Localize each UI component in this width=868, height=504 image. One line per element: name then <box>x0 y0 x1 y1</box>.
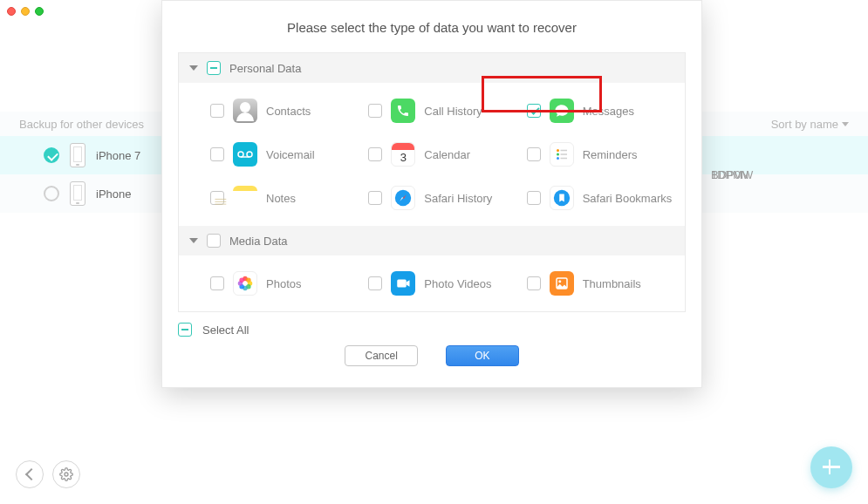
item-photo-videos[interactable]: Photo Videos <box>368 271 526 296</box>
bottom-nav <box>16 460 80 488</box>
checkbox[interactable] <box>210 147 224 161</box>
reminders-icon <box>550 142 574 167</box>
checkbox[interactable] <box>368 147 382 161</box>
device-serial: 1DPMW <box>711 136 763 213</box>
category-header-media[interactable]: Media Data <box>179 226 685 255</box>
safari-icon <box>391 186 415 210</box>
select-all-label: Select All <box>202 324 249 337</box>
next-button[interactable] <box>810 446 852 488</box>
category-title: Personal Data <box>229 62 301 75</box>
dialog-buttons: Cancel OK <box>162 337 701 380</box>
svg-point-29 <box>558 280 561 283</box>
item-reminders[interactable]: Reminders <box>527 142 685 167</box>
arrow-right-icon <box>829 461 834 474</box>
backup-list-label: Backup for other devices <box>19 118 144 131</box>
checkbox[interactable] <box>527 191 541 205</box>
checkbox[interactable] <box>210 104 224 118</box>
item-label: Calendar <box>424 148 470 161</box>
gear-icon <box>59 467 73 481</box>
category-header-personal[interactable]: Personal Data <box>179 53 685 83</box>
category-checkbox[interactable] <box>207 234 221 248</box>
checkbox[interactable] <box>368 104 382 118</box>
item-label: Messages <box>583 105 634 118</box>
radio-selected-icon[interactable] <box>44 147 59 163</box>
item-safari-history[interactable]: Safari History <box>368 186 526 210</box>
notes-icon <box>233 186 257 210</box>
svg-point-2 <box>247 152 252 157</box>
svg-rect-9 <box>560 158 567 160</box>
phone-icon <box>391 99 415 123</box>
chevron-down-icon <box>189 65 198 71</box>
back-button[interactable] <box>16 460 44 488</box>
category-items-media: Photos Photo Videos Thumbnails <box>179 255 685 311</box>
safari-bookmarks-icon <box>550 186 574 210</box>
item-thumbnails[interactable]: Thumbnails <box>527 271 685 296</box>
recover-type-dialog: Please select the type of data you want … <box>161 0 702 388</box>
svg-point-25 <box>239 277 244 283</box>
chevron-down-icon <box>189 238 198 243</box>
select-all-row[interactable]: Select All <box>162 312 701 337</box>
cancel-button[interactable]: Cancel <box>345 345 418 366</box>
item-label: Safari Bookmarks <box>583 192 673 205</box>
select-all-checkbox[interactable] <box>178 323 192 337</box>
checkbox[interactable] <box>527 276 541 290</box>
ok-button[interactable]: OK <box>446 345 519 366</box>
checkbox[interactable] <box>368 191 382 205</box>
item-contacts[interactable]: Contacts <box>210 99 368 123</box>
arrow-left-icon <box>24 468 37 480</box>
device-name: iPhone <box>96 187 131 201</box>
item-photos[interactable]: Photos <box>210 271 368 296</box>
category-title: Media Data <box>229 235 287 248</box>
category-list: Personal Data Contacts Call History <box>178 52 686 312</box>
category-checkbox[interactable] <box>207 61 221 75</box>
phone-icon <box>70 181 85 206</box>
svg-point-6 <box>557 153 559 156</box>
checkbox-checked[interactable] <box>527 104 541 118</box>
item-calendar[interactable]: 3 Calendar <box>368 142 526 167</box>
item-label: Photo Videos <box>424 277 491 290</box>
calendar-icon: 3 <box>391 142 415 167</box>
item-messages[interactable]: Messages <box>527 99 685 123</box>
sort-by-label: Sort by name <box>771 118 838 131</box>
thumbnails-icon <box>550 271 574 296</box>
dialog-title: Please select the type of data you want … <box>162 1 701 52</box>
chevron-down-icon <box>842 122 849 126</box>
item-label: Reminders <box>583 148 638 161</box>
checkbox[interactable] <box>210 276 224 290</box>
svg-point-0 <box>65 473 68 476</box>
minimize-window-button[interactable] <box>21 7 30 16</box>
contacts-icon <box>233 99 257 123</box>
radio-unselected-icon[interactable] <box>44 186 59 201</box>
sort-by-dropdown[interactable]: Sort by name <box>771 118 849 131</box>
item-label: Voicemail <box>266 148 315 161</box>
item-label: Notes <box>266 192 296 205</box>
item-call-history[interactable]: Call History <box>368 99 526 123</box>
device-name: iPhone 7 <box>96 149 140 162</box>
checkbox[interactable] <box>527 147 541 161</box>
category-items-personal: Contacts Call History Messages <box>179 83 685 226</box>
zoom-window-button[interactable] <box>35 7 44 16</box>
phone-icon <box>70 143 85 167</box>
checkbox[interactable] <box>368 276 382 290</box>
settings-button[interactable] <box>52 460 80 488</box>
svg-marker-27 <box>407 280 410 287</box>
svg-rect-5 <box>560 150 567 152</box>
item-safari-bookmarks[interactable]: Safari Bookmarks <box>527 186 685 210</box>
voicemail-icon <box>233 142 257 167</box>
item-notes[interactable]: Notes <box>210 186 368 210</box>
svg-point-4 <box>557 149 559 152</box>
item-label: Photos <box>266 277 301 290</box>
item-label: Call History <box>424 105 482 118</box>
svg-point-8 <box>557 157 559 160</box>
svg-rect-26 <box>398 280 407 288</box>
photos-icon <box>233 271 257 296</box>
item-voicemail[interactable]: Voicemail <box>210 142 368 167</box>
window-controls <box>7 7 44 16</box>
photo-videos-icon <box>391 271 415 296</box>
svg-rect-7 <box>560 153 567 155</box>
svg-point-1 <box>238 152 243 157</box>
item-label: Safari History <box>424 192 492 205</box>
close-window-button[interactable] <box>7 7 16 16</box>
item-label: Contacts <box>266 105 311 118</box>
messages-icon <box>550 99 574 123</box>
